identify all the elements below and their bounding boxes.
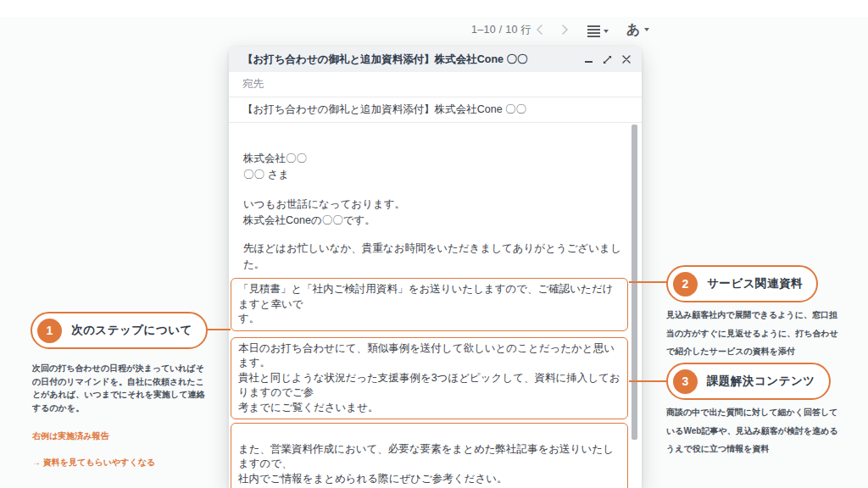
- compose-window: 【お打ち合わせの御礼と追加資料添付】株式会社Cone 〇〇 宛先 【お打ち合わせ…: [229, 47, 642, 488]
- email-thanks: 先ほどはお忙しいなか、貴重なお時間をいただきましてありがとうございました。: [243, 241, 627, 273]
- top-white-band: [0, 0, 868, 17]
- chevron-down-icon: [604, 30, 609, 33]
- recipients-field[interactable]: 宛先: [229, 72, 642, 97]
- number-badge-2: 2: [673, 272, 698, 297]
- annotation-desc-service-docs: 見込み顧客社内で展開できるように、窓口担 当の方がすぐに見返せるように、打ち合わ…: [666, 306, 851, 361]
- newer-page-button[interactable]: [534, 23, 544, 36]
- note-line: 右例は実施済み報告: [32, 430, 155, 443]
- chevron-right-icon: [562, 25, 569, 35]
- window-controls: [583, 54, 632, 65]
- highlight-box-documents: 「見積書」と「社内ご検討用資料」をお送りいたしますので、ご確認いただけますと幸い…: [231, 278, 628, 331]
- annotation-note-next-step: 右例は実施済み報告 → 資料を見てもらいやすくなる: [32, 416, 155, 482]
- highlight-box-next-step: 本日のお打ち合わせにて、類似事例を送付して欲しいとのことだったかと思います。 貴…: [231, 337, 628, 420]
- email-greeting: 株式会社〇〇 〇〇 さま: [243, 151, 627, 183]
- number-badge-1: 1: [37, 319, 62, 343]
- highlight-box-content: また、営業資料作成において、必要な要素をまとめた弊社記事をお送りいたしますので、…: [231, 423, 628, 488]
- connector-line-2: [629, 281, 668, 283]
- annotation-label-next-step: 1 次のステップについて: [31, 312, 208, 349]
- annotation-desc-next-step: 次回の打ち合わせの日程が決まっていればそ の日付のリマインドを。自社に依頼された…: [32, 362, 206, 414]
- japanese-input-icon: あ: [626, 22, 640, 37]
- annotation-label-solution-content: 3 課題解決コンテンツ: [666, 363, 831, 400]
- compose-window-title: 【お打ち合わせの御礼と追加資料添付】株式会社Cone 〇〇: [242, 53, 583, 67]
- list-layout-icon: [587, 25, 600, 37]
- annotation-desc-solution-content: 商談の中で出た質問に対して細かく回答して いるWeb記事や、見込み顧客が検討を進…: [666, 403, 851, 458]
- expand-icon: [603, 55, 612, 64]
- chevron-left-icon: [536, 25, 542, 35]
- connector-line-3: [629, 380, 668, 382]
- minimize-button[interactable]: [583, 54, 594, 65]
- close-icon: [622, 55, 631, 64]
- box3-paragraph: また、営業資料作成において、必要な要素をまとめた弊社記事をお送りいたしますので、…: [238, 442, 620, 487]
- split-pane-menu-button[interactable]: [586, 24, 610, 39]
- compose-header[interactable]: 【お打ち合わせの御礼と追加資料添付】株式会社Cone 〇〇: [229, 47, 642, 72]
- annotation-title: サービス関連資料: [707, 276, 803, 291]
- number-badge-3: 3: [673, 369, 698, 394]
- note-line: → 資料を見てもらいやすくなる: [32, 456, 155, 469]
- close-button[interactable]: [620, 54, 632, 65]
- email-body[interactable]: 株式会社〇〇 〇〇 さま いつもお世話になっております。 株式会社Coneの〇〇…: [229, 123, 642, 488]
- fullscreen-button[interactable]: [602, 54, 613, 65]
- chevron-down-icon: [644, 28, 649, 31]
- pagination-label: 1–10 / 10 行: [471, 23, 531, 37]
- annotation-title: 課題解決コンテンツ: [707, 374, 815, 389]
- subject-field[interactable]: 【お打ち合わせの御礼と追加資料添付】株式会社Cone 〇〇: [229, 97, 642, 123]
- annotation-label-service-docs: 2 サービス関連資料: [666, 265, 818, 302]
- email-intro: いつもお世話になっております。 株式会社Coneの〇〇です。: [243, 197, 627, 229]
- older-page-button[interactable]: [560, 23, 570, 36]
- input-method-button[interactable]: あ: [625, 20, 651, 39]
- annotation-title: 次のステップについて: [71, 323, 192, 338]
- minimize-icon: [585, 61, 593, 63]
